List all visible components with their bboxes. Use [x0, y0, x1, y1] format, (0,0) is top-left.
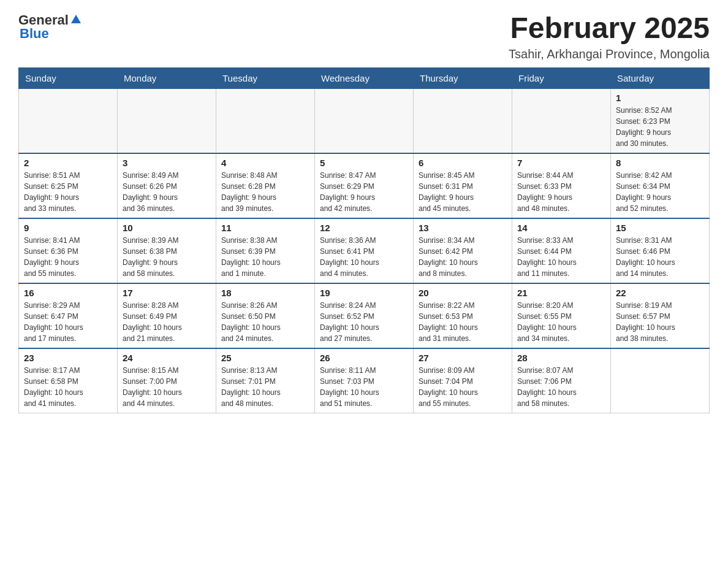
- day-info: Sunrise: 8:36 AMSunset: 6:41 PMDaylight:…: [320, 235, 408, 279]
- day-number: 22: [616, 288, 704, 298]
- day-info: Sunrise: 8:15 AMSunset: 7:00 PMDaylight:…: [123, 365, 211, 409]
- day-info: Sunrise: 8:42 AMSunset: 6:34 PMDaylight:…: [616, 170, 704, 214]
- col-header-sunday: Sunday: [19, 67, 118, 88]
- calendar-cell: 2Sunrise: 8:51 AMSunset: 6:25 PMDaylight…: [19, 153, 118, 218]
- day-number: 24: [123, 353, 211, 363]
- day-info: Sunrise: 8:20 AMSunset: 6:55 PMDaylight:…: [517, 300, 605, 344]
- day-number: 16: [24, 288, 112, 298]
- day-number: 27: [419, 353, 507, 363]
- day-info: Sunrise: 8:19 AMSunset: 6:57 PMDaylight:…: [616, 300, 704, 344]
- day-info: Sunrise: 8:41 AMSunset: 6:36 PMDaylight:…: [24, 235, 112, 279]
- calendar-week-row: 9Sunrise: 8:41 AMSunset: 6:36 PMDaylight…: [19, 218, 710, 283]
- calendar-cell: 9Sunrise: 8:41 AMSunset: 6:36 PMDaylight…: [19, 218, 118, 283]
- day-number: 13: [419, 223, 507, 233]
- day-info: Sunrise: 8:33 AMSunset: 6:44 PMDaylight:…: [517, 235, 605, 279]
- day-info: Sunrise: 8:38 AMSunset: 6:39 PMDaylight:…: [221, 235, 309, 279]
- day-number: 3: [123, 158, 211, 168]
- calendar-cell: 21Sunrise: 8:20 AMSunset: 6:55 PMDayligh…: [512, 283, 611, 348]
- day-info: Sunrise: 8:51 AMSunset: 6:25 PMDaylight:…: [24, 170, 112, 214]
- logo-blue: Blue: [20, 26, 49, 42]
- day-number: 15: [616, 223, 704, 233]
- col-header-wednesday: Wednesday: [315, 67, 414, 88]
- logo[interactable]: General Blue: [18, 12, 82, 42]
- day-number: 6: [419, 158, 507, 168]
- calendar-cell: 17Sunrise: 8:28 AMSunset: 6:49 PMDayligh…: [118, 283, 216, 348]
- day-number: 7: [517, 158, 605, 168]
- calendar-week-row: 1Sunrise: 8:52 AMSunset: 6:23 PMDaylight…: [19, 88, 710, 153]
- subtitle: Tsahir, Arkhangai Province, Mongolia: [509, 47, 710, 61]
- day-info: Sunrise: 8:13 AMSunset: 7:01 PMDaylight:…: [221, 365, 309, 409]
- calendar-cell: [19, 88, 118, 153]
- calendar-cell: [512, 88, 611, 153]
- day-info: Sunrise: 8:29 AMSunset: 6:47 PMDaylight:…: [24, 300, 112, 344]
- calendar-cell: 23Sunrise: 8:17 AMSunset: 6:58 PMDayligh…: [19, 348, 118, 413]
- day-number: 23: [24, 353, 112, 363]
- day-info: Sunrise: 8:11 AMSunset: 7:03 PMDaylight:…: [320, 365, 408, 409]
- day-number: 25: [221, 353, 309, 363]
- calendar-week-row: 2Sunrise: 8:51 AMSunset: 6:25 PMDaylight…: [19, 153, 710, 218]
- logo-arrow-icon: [70, 13, 82, 26]
- calendar-cell: [216, 88, 315, 153]
- day-info: Sunrise: 8:31 AMSunset: 6:46 PMDaylight:…: [616, 235, 704, 279]
- page-header: General Blue February 2025 Tsahir, Arkha…: [18, 12, 710, 61]
- day-info: Sunrise: 8:49 AMSunset: 6:26 PMDaylight:…: [123, 170, 211, 214]
- calendar-cell: [611, 348, 710, 413]
- day-info: Sunrise: 8:52 AMSunset: 6:23 PMDaylight:…: [616, 105, 704, 149]
- day-info: Sunrise: 8:07 AMSunset: 7:06 PMDaylight:…: [517, 365, 605, 409]
- day-number: 9: [24, 223, 112, 233]
- calendar-cell: 25Sunrise: 8:13 AMSunset: 7:01 PMDayligh…: [216, 348, 315, 413]
- page-title: February 2025: [509, 12, 710, 45]
- calendar-cell: 5Sunrise: 8:47 AMSunset: 6:29 PMDaylight…: [315, 153, 414, 218]
- day-info: Sunrise: 8:28 AMSunset: 6:49 PMDaylight:…: [123, 300, 211, 344]
- calendar-cell: 27Sunrise: 8:09 AMSunset: 7:04 PMDayligh…: [414, 348, 512, 413]
- calendar-cell: 20Sunrise: 8:22 AMSunset: 6:53 PMDayligh…: [414, 283, 512, 348]
- calendar-cell: 11Sunrise: 8:38 AMSunset: 6:39 PMDayligh…: [216, 218, 315, 283]
- svg-marker-0: [71, 15, 81, 23]
- calendar-cell: 13Sunrise: 8:34 AMSunset: 6:42 PMDayligh…: [414, 218, 512, 283]
- day-number: 17: [123, 288, 211, 298]
- day-number: 26: [320, 353, 408, 363]
- day-info: Sunrise: 8:09 AMSunset: 7:04 PMDaylight:…: [419, 365, 507, 409]
- day-number: 8: [616, 158, 704, 168]
- calendar-cell: 3Sunrise: 8:49 AMSunset: 6:26 PMDaylight…: [118, 153, 216, 218]
- day-info: Sunrise: 8:34 AMSunset: 6:42 PMDaylight:…: [419, 235, 507, 279]
- day-info: Sunrise: 8:45 AMSunset: 6:31 PMDaylight:…: [419, 170, 507, 214]
- calendar-cell: 16Sunrise: 8:29 AMSunset: 6:47 PMDayligh…: [19, 283, 118, 348]
- calendar-cell: 28Sunrise: 8:07 AMSunset: 7:06 PMDayligh…: [512, 348, 611, 413]
- day-number: 19: [320, 288, 408, 298]
- day-number: 10: [123, 223, 211, 233]
- day-info: Sunrise: 8:22 AMSunset: 6:53 PMDaylight:…: [419, 300, 507, 344]
- calendar-header-row: SundayMondayTuesdayWednesdayThursdayFrid…: [19, 67, 710, 88]
- title-section: February 2025 Tsahir, Arkhangai Province…: [509, 12, 710, 61]
- calendar-cell: 22Sunrise: 8:19 AMSunset: 6:57 PMDayligh…: [611, 283, 710, 348]
- calendar-cell: 12Sunrise: 8:36 AMSunset: 6:41 PMDayligh…: [315, 218, 414, 283]
- col-header-tuesday: Tuesday: [216, 67, 315, 88]
- calendar-cell: 8Sunrise: 8:42 AMSunset: 6:34 PMDaylight…: [611, 153, 710, 218]
- day-number: 4: [221, 158, 309, 168]
- calendar-cell: 10Sunrise: 8:39 AMSunset: 6:38 PMDayligh…: [118, 218, 216, 283]
- day-info: Sunrise: 8:48 AMSunset: 6:28 PMDaylight:…: [221, 170, 309, 214]
- day-info: Sunrise: 8:47 AMSunset: 6:29 PMDaylight:…: [320, 170, 408, 214]
- calendar-week-row: 16Sunrise: 8:29 AMSunset: 6:47 PMDayligh…: [19, 283, 710, 348]
- col-header-friday: Friday: [512, 67, 611, 88]
- calendar: SundayMondayTuesdayWednesdayThursdayFrid…: [18, 67, 710, 413]
- calendar-cell: 7Sunrise: 8:44 AMSunset: 6:33 PMDaylight…: [512, 153, 611, 218]
- col-header-monday: Monday: [118, 67, 216, 88]
- calendar-cell: [315, 88, 414, 153]
- calendar-cell: 24Sunrise: 8:15 AMSunset: 7:00 PMDayligh…: [118, 348, 216, 413]
- day-number: 21: [517, 288, 605, 298]
- col-header-saturday: Saturday: [611, 67, 710, 88]
- calendar-cell: 15Sunrise: 8:31 AMSunset: 6:46 PMDayligh…: [611, 218, 710, 283]
- day-number: 20: [419, 288, 507, 298]
- day-number: 14: [517, 223, 605, 233]
- day-info: Sunrise: 8:17 AMSunset: 6:58 PMDaylight:…: [24, 365, 112, 409]
- calendar-cell: 18Sunrise: 8:26 AMSunset: 6:50 PMDayligh…: [216, 283, 315, 348]
- calendar-cell: 19Sunrise: 8:24 AMSunset: 6:52 PMDayligh…: [315, 283, 414, 348]
- day-info: Sunrise: 8:26 AMSunset: 6:50 PMDaylight:…: [221, 300, 309, 344]
- day-number: 12: [320, 223, 408, 233]
- day-number: 18: [221, 288, 309, 298]
- day-info: Sunrise: 8:44 AMSunset: 6:33 PMDaylight:…: [517, 170, 605, 214]
- calendar-cell: 4Sunrise: 8:48 AMSunset: 6:28 PMDaylight…: [216, 153, 315, 218]
- day-number: 28: [517, 353, 605, 363]
- calendar-cell: 26Sunrise: 8:11 AMSunset: 7:03 PMDayligh…: [315, 348, 414, 413]
